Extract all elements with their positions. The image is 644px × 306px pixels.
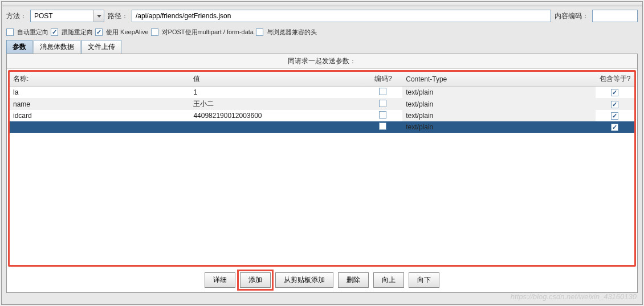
cell-value[interactable]: 王小二 — [190, 98, 364, 110]
cell-encode[interactable] — [364, 121, 402, 133]
cell-name[interactable]: idcard — [10, 110, 190, 121]
cell-encode[interactable] — [364, 87, 402, 99]
params-table-wrap: 名称: 值 编码? Content-Type 包含等于? la1text/pla… — [8, 70, 636, 267]
include-checkbox[interactable] — [611, 101, 618, 108]
panel-title — [2, 2, 642, 6]
watermark: https://blog.csdn.net/weixin_43160130 — [511, 292, 637, 301]
encode-checkbox[interactable] — [379, 100, 386, 107]
tabs: 参数 消息体数据 文件上传 — [2, 40, 642, 54]
include-checkbox[interactable] — [611, 89, 618, 96]
up-button[interactable]: 向上 — [373, 272, 404, 288]
auto-redirect-label: 自动重定向 — [17, 28, 48, 36]
cell-content-type[interactable]: text/plain — [402, 98, 596, 110]
method-select[interactable]: POST — [30, 10, 104, 22]
table-row[interactable]: text/plain — [10, 121, 634, 133]
cell-include[interactable] — [596, 87, 634, 99]
request-panel: 方法： POST 路径： 内容编码： 自动重定向 跟随重定向 使用 KeepAl… — [1, 1, 643, 305]
cell-include[interactable] — [596, 110, 634, 121]
cell-content-type[interactable]: text/plain — [402, 110, 596, 121]
top-controls: 方法： POST 路径： 内容编码： — [2, 6, 642, 26]
method-label: 方法： — [6, 11, 27, 21]
include-checkbox[interactable] — [611, 124, 618, 131]
add-button[interactable]: 添加 — [240, 272, 271, 288]
method-value: POST — [31, 12, 93, 20]
include-checkbox[interactable] — [611, 112, 618, 120]
browser-headers-checkbox[interactable] — [256, 28, 263, 36]
button-row: 详细 添加 从剪贴板添加 删除 向上 向下 — [7, 268, 637, 292]
encode-checkbox[interactable] — [379, 88, 386, 95]
tab-params[interactable]: 参数 — [6, 40, 32, 54]
col-value[interactable]: 值 — [190, 72, 364, 87]
col-encode[interactable]: 编码? — [364, 72, 402, 87]
encoding-input[interactable] — [592, 10, 638, 22]
table-row[interactable]: la1text/plain — [10, 87, 634, 99]
auto-redirect-checkbox[interactable] — [6, 28, 14, 36]
multipart-checkbox[interactable] — [151, 28, 158, 36]
cell-content-type[interactable]: text/plain — [402, 87, 596, 99]
path-label: 路径： — [108, 11, 128, 21]
browser-headers-label: 与浏览器兼容的头 — [267, 28, 317, 36]
cell-value[interactable]: 440982190012003600 — [190, 110, 364, 121]
cell-value[interactable]: 1 — [190, 87, 364, 99]
cell-name[interactable] — [10, 121, 190, 133]
cell-name[interactable]: la — [10, 87, 190, 99]
params-panel: 同请求一起发送参数： 名称: 值 编码? Content-Type 包含等于? … — [6, 54, 638, 293]
follow-redirect-checkbox[interactable] — [51, 28, 58, 36]
table-row[interactable]: idcard440982190012003600text/plain — [10, 110, 634, 121]
col-content-type[interactable]: Content-Type — [402, 72, 596, 87]
col-include[interactable]: 包含等于? — [596, 72, 634, 87]
col-name[interactable]: 名称: — [10, 72, 190, 87]
caret-down-icon — [97, 15, 101, 18]
params-table[interactable]: 名称: 值 编码? Content-Type 包含等于? la1text/pla… — [10, 72, 634, 133]
detail-button[interactable]: 详细 — [205, 272, 235, 288]
encoding-label: 内容编码： — [555, 11, 589, 21]
keepalive-label: 使用 KeepAlive — [106, 28, 149, 36]
encode-checkbox[interactable] — [379, 123, 386, 130]
cell-include[interactable] — [596, 98, 634, 110]
keepalive-checkbox[interactable] — [95, 28, 103, 36]
options-row: 自动重定向 跟随重定向 使用 KeepAlive 对POST使用multipar… — [2, 26, 642, 39]
cell-encode[interactable] — [364, 98, 402, 110]
tab-upload[interactable]: 文件上传 — [81, 40, 121, 54]
dropdown-button[interactable] — [93, 10, 104, 22]
table-row[interactable]: name王小二text/plain — [10, 98, 634, 110]
tab-body[interactable]: 消息体数据 — [34, 40, 80, 54]
cell-content-type[interactable]: text/plain — [402, 121, 596, 133]
table-header: 名称: 值 编码? Content-Type 包含等于? — [10, 72, 634, 87]
delete-button[interactable]: 删除 — [338, 272, 369, 288]
path-input[interactable] — [132, 10, 551, 22]
params-title: 同请求一起发送参数： — [7, 54, 637, 69]
cell-value[interactable] — [190, 121, 364, 133]
cell-include[interactable] — [596, 121, 634, 133]
follow-redirect-label: 跟随重定向 — [62, 28, 93, 36]
encode-checkbox[interactable] — [379, 111, 386, 119]
cell-name[interactable]: name — [10, 98, 190, 110]
clipboard-button[interactable]: 从剪贴板添加 — [275, 272, 333, 288]
down-button[interactable]: 向下 — [409, 272, 439, 288]
cell-encode[interactable] — [364, 110, 402, 121]
multipart-label: 对POST使用multipart / form-data — [162, 28, 254, 36]
